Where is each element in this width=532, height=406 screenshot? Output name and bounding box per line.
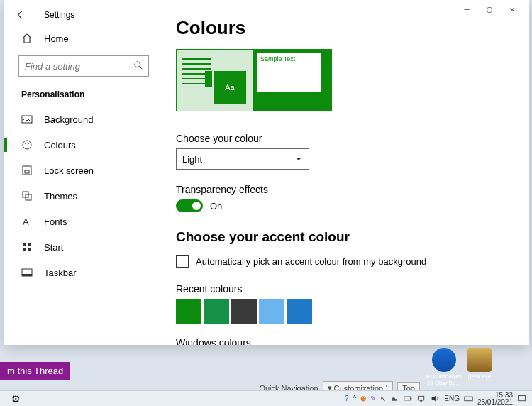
preview-aa: Aa [214, 71, 246, 104]
recent-colours [176, 299, 512, 324]
colour-preview: Aa Sample Text [176, 49, 512, 111]
sidebar-item-background[interactable]: Background [4, 106, 163, 132]
recent-colours-label: Recent colours [176, 283, 512, 295]
volume-icon[interactable] [431, 394, 440, 403]
close-button[interactable]: ✕ [508, 4, 516, 14]
desktop-icon-edge[interactable]: FIX- Windows 10 Slow Bo… [425, 348, 463, 386]
time: 15:33 [477, 392, 513, 399]
picture-icon [21, 114, 33, 125]
maximize-button[interactable]: ▢ [485, 4, 494, 14]
svg-text:A: A [23, 216, 29, 227]
trash-icon [467, 348, 492, 372]
home-label: Home [44, 33, 69, 44]
svg-rect-19 [465, 397, 472, 401]
sidebar-item-start[interactable]: Start [4, 234, 163, 260]
auto-accent-checkbox[interactable] [176, 255, 189, 268]
desktop-icon-label: FIX- Windows 10 Slow Bo… [426, 373, 462, 386]
settings-title: Settings [44, 10, 74, 20]
preview-sample: Sample Text [257, 53, 321, 92]
sidebar-item-label: Background [44, 114, 93, 125]
transparency-toggle[interactable] [176, 199, 203, 212]
sidebar-item-themes[interactable]: Themes [4, 183, 163, 209]
clock[interactable]: 15:33 25/01/2021 [477, 392, 513, 406]
sidebar-item-label: Taskbar [44, 268, 77, 278]
notifications-icon[interactable] [517, 394, 526, 403]
colour-mode-value: Light [182, 154, 202, 165]
search-icon [133, 60, 143, 70]
colour-mode-select[interactable]: Light [176, 148, 309, 170]
window-chrome: — ▢ ✕ [462, 4, 529, 14]
accent-heading: Choose your accent colour [176, 229, 512, 245]
preview-light: Aa [176, 49, 254, 111]
cursor-icon: ↖ [380, 395, 386, 402]
settings-window: — ▢ ✕ Settings Home Personalisation Back… [4, 0, 529, 345]
svg-point-4 [28, 143, 29, 144]
colour-swatch[interactable] [231, 299, 257, 324]
start-icon [21, 241, 33, 253]
home-icon [21, 33, 33, 44]
home-button[interactable]: Home [4, 26, 163, 51]
tray-icon[interactable]: ⊕ [360, 395, 366, 402]
gear-icon[interactable]: ⚙ [11, 393, 21, 405]
taskbar: ⚙ ? ^ ⊕ ✎ ↖ ENG 15:33 25/01/2021 [0, 390, 532, 406]
back-icon[interactable] [16, 10, 26, 20]
sidebar-item-colours[interactable]: Colours [4, 132, 163, 158]
colour-swatch[interactable] [259, 299, 284, 324]
main-panel: Colours Aa Sample Text Choose your colou… [163, 0, 529, 345]
palette-icon [21, 139, 33, 150]
network-icon[interactable] [417, 394, 426, 403]
sidebar-item-lockscreen[interactable]: Lock screen [4, 158, 163, 183]
onedrive-icon[interactable] [390, 394, 399, 403]
transparency-value: On [210, 201, 222, 212]
desktop-icon-geek[interactable]: geek.exe [460, 348, 499, 380]
sidebar-item-taskbar[interactable]: Taskbar [4, 260, 163, 285]
sidebar-item-label: Start [44, 242, 63, 253]
keyboard-icon[interactable] [464, 394, 473, 403]
svg-rect-6 [25, 170, 29, 173]
edge-icon [432, 348, 456, 372]
system-tray: ? ^ ⊕ ✎ ↖ ENG 15:33 25/01/2021 [345, 392, 532, 406]
auto-accent-label: Automatically pick an accent colour from… [196, 256, 426, 267]
date: 25/01/2021 [477, 399, 513, 406]
preview-accent: Sample Text [254, 49, 332, 111]
svg-rect-13 [28, 248, 31, 251]
search-box[interactable] [18, 55, 149, 77]
themes-icon [21, 190, 33, 202]
svg-rect-17 [411, 398, 412, 400]
svg-point-0 [135, 62, 140, 67]
minimize-button[interactable]: — [462, 4, 471, 14]
help-icon[interactable]: ? [345, 395, 349, 402]
svg-point-3 [25, 143, 26, 144]
sidebar-item-fonts[interactable]: A Fonts [4, 209, 163, 234]
sidebar-item-label: Colours [44, 140, 76, 150]
colour-swatch[interactable] [204, 299, 229, 324]
sidebar-item-label: Themes [44, 191, 77, 202]
forum-thread-tab[interactable]: m this Thread [0, 362, 70, 380]
search-input[interactable] [18, 55, 149, 77]
taskbar-icon [21, 267, 33, 278]
choose-colour-label: Choose your colour [176, 133, 512, 144]
page-title: Colours [176, 17, 512, 39]
chevron-up-icon[interactable]: ^ [353, 395, 357, 402]
sidebar: Settings Home Personalisation Background… [4, 0, 163, 345]
svg-point-2 [23, 141, 31, 149]
category-title: Personalisation [4, 85, 163, 106]
svg-rect-10 [23, 243, 26, 246]
battery-icon[interactable] [404, 394, 413, 403]
svg-rect-15 [22, 274, 32, 276]
svg-rect-20 [519, 395, 526, 400]
svg-rect-12 [23, 248, 26, 251]
language-indicator[interactable]: ENG [444, 395, 460, 402]
colour-swatch[interactable] [176, 299, 201, 324]
windows-colours-label: Windows colours [176, 337, 512, 345]
svg-rect-18 [419, 396, 424, 400]
svg-rect-11 [28, 243, 31, 246]
sidebar-item-label: Lock screen [44, 165, 94, 176]
colour-swatch[interactable] [287, 299, 312, 324]
sidebar-item-label: Fonts [44, 216, 67, 227]
desktop-icon-label: geek.exe [468, 373, 491, 380]
transparency-label: Transparency effects [176, 184, 512, 195]
svg-rect-16 [404, 397, 411, 400]
tray-icon[interactable]: ✎ [370, 395, 376, 402]
font-icon: A [21, 216, 33, 227]
